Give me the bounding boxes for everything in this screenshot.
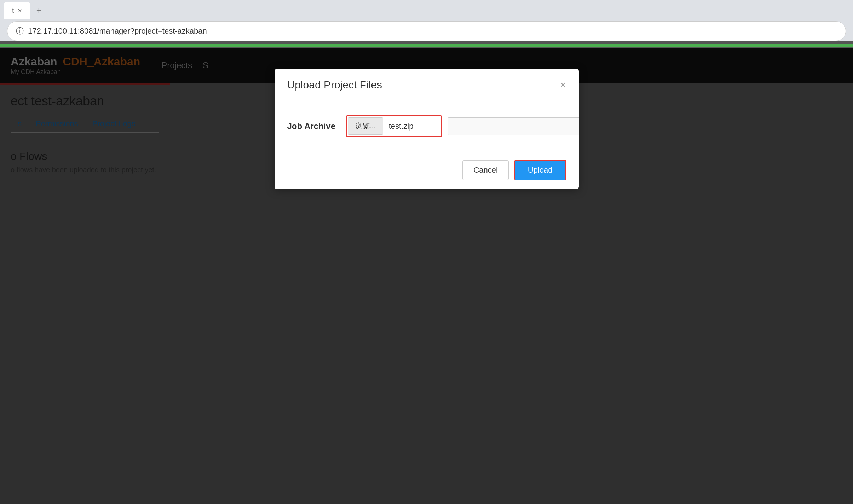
modal-close-button[interactable]: × xyxy=(560,80,566,90)
info-icon: ⓘ xyxy=(16,26,24,36)
job-archive-label: Job Archive xyxy=(287,121,336,131)
file-name-display: test.zip xyxy=(383,118,440,134)
cancel-button[interactable]: Cancel xyxy=(462,160,508,180)
upload-modal: Upload Project Files × Job Archive 浏览...… xyxy=(275,69,579,189)
tab-label: t xyxy=(12,6,14,15)
modal-title: Upload Project Files xyxy=(287,79,382,91)
modal-header: Upload Project Files × xyxy=(275,69,579,101)
file-input-extension xyxy=(448,117,579,135)
file-input-wrapper: 浏览... test.zip xyxy=(346,115,442,137)
browse-button[interactable]: 浏览... xyxy=(348,117,383,135)
active-tab[interactable]: t × xyxy=(4,2,30,19)
chrome-green-bar xyxy=(0,44,853,47)
upload-button[interactable]: Upload xyxy=(514,160,566,180)
address-bar[interactable]: ⓘ 172.17.100.11:8081/manager?project=tes… xyxy=(7,21,846,41)
modal-footer: Cancel Upload xyxy=(275,151,579,189)
url-text: 172.17.100.11:8081/manager?project=test-… xyxy=(28,27,207,36)
tab-close-icon[interactable]: × xyxy=(18,7,22,15)
modal-body: Job Archive 浏览... test.zip xyxy=(275,101,579,151)
modal-overlay: Upload Project Files × Job Archive 浏览...… xyxy=(0,48,853,504)
new-tab-button[interactable]: + xyxy=(32,4,46,18)
